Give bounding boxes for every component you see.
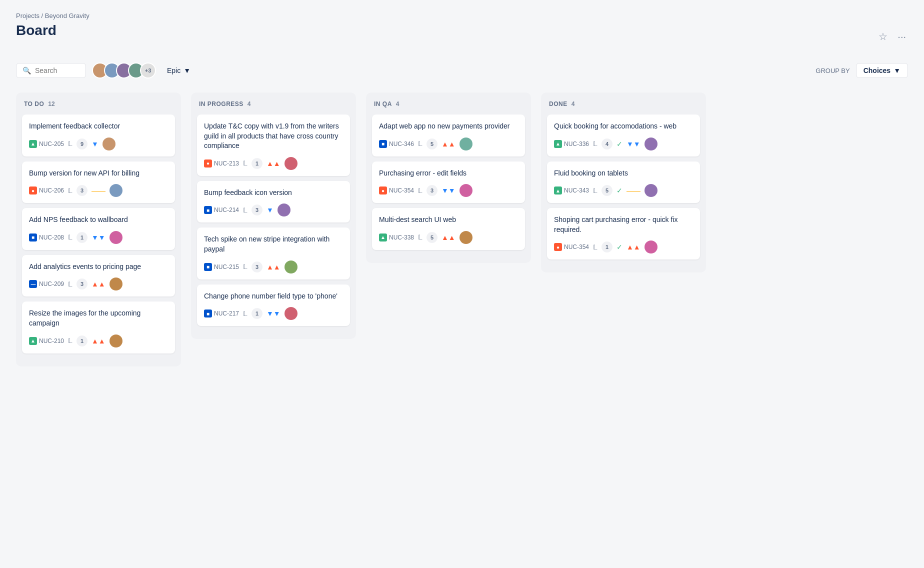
team-avatars[interactable]: +3 (92, 62, 156, 78)
column-header: TO DO 12 (22, 100, 175, 108)
card-NUC-208[interactable]: Add NPS feedback to wallboard ■ NUC-208 … (22, 208, 175, 250)
chevron-down-icon: ▼ (894, 66, 900, 74)
count-badge: 9 (76, 138, 88, 150)
assignee-avatar (110, 334, 122, 348)
assignee-avatar (284, 157, 298, 170)
card-title: Shoping cart purchasing error - quick fi… (554, 215, 693, 234)
star-button[interactable]: ☆ (876, 28, 890, 44)
column-header: IN QA 4 (372, 100, 525, 108)
issue-id: NUC-208 (39, 234, 64, 241)
pr-icon: 𝕃 (68, 187, 72, 194)
priority-high-icon: ▲▲ (442, 140, 456, 148)
avatar-more[interactable]: +3 (140, 62, 156, 78)
column-header: DONE 4 (547, 100, 700, 108)
task-icon: ■ (29, 234, 37, 242)
search-input[interactable] (35, 66, 80, 74)
search-box[interactable]: 🔍 (16, 63, 86, 78)
card-NUC-205[interactable]: Implement feedback collector ▲ NUC-205 𝕃… (22, 114, 175, 156)
priority-low-icon: ▼ (266, 206, 274, 214)
issue-id: NUC-346 (389, 140, 414, 148)
assignee-avatar (644, 184, 658, 197)
issue-badge: ● NUC-354 (554, 243, 589, 251)
issue-id: NUC-209 (39, 280, 64, 288)
count-badge: 1 (252, 308, 262, 319)
column-inqa: IN QA 4 Adapt web app no new payments pr… (366, 92, 531, 263)
assignee-avatar (102, 138, 116, 150)
epic-filter-button[interactable]: Epic ▼ (162, 64, 196, 78)
task-icon: ■ (379, 140, 387, 148)
assignee-avatar (644, 240, 658, 254)
assignee-avatar (284, 260, 298, 274)
priority-low-icon: ▼ (92, 140, 98, 148)
card-NUC-217[interactable]: Change phone number field type to 'phone… (197, 284, 350, 326)
count-badge: 1 (252, 158, 262, 169)
issue-badge: ● NUC-354 (379, 186, 414, 194)
card-footer: ● NUC-213 𝕃 1 ▲▲ (204, 157, 343, 170)
issue-badge: ▲ NUC-210 (29, 337, 64, 345)
card-NUC-346[interactable]: Adapt web app no new payments provider ■… (372, 114, 525, 156)
assignee-avatar (110, 231, 122, 244)
card-title: Bump feedback icon version (204, 188, 343, 198)
assignee-avatar (460, 138, 472, 150)
epic-label: Epic (167, 66, 180, 74)
story-icon: ▲ (29, 140, 37, 148)
assignee-avatar (284, 307, 298, 320)
assignee-avatar (460, 184, 472, 197)
card-NUC-206[interactable]: Bump version for new API for billing ● N… (22, 162, 175, 204)
issue-id: NUC-215 (214, 264, 239, 270)
card-title: Tech spike on new stripe integration wit… (204, 234, 343, 254)
card-NUC-338[interactable]: Multi-dest search UI web ▲ NUC-338 𝕃 5 ▲… (372, 208, 525, 250)
column-title: IN QA (374, 100, 392, 108)
count-badge: 4 (602, 138, 612, 150)
card-NUC-210[interactable]: Resize the images for the upcoming campa… (22, 302, 175, 353)
issue-badge: ⸻ NUC-209 (29, 280, 64, 288)
issue-badge: ▲ NUC-336 (554, 140, 589, 148)
card-NUC-215[interactable]: Tech spike on new stripe integration wit… (197, 228, 350, 279)
choices-label: Choices (864, 66, 890, 74)
card-footer: ■ NUC-214 𝕃 3 ▼ (204, 204, 343, 216)
chevron-down-icon: ▼ (184, 66, 190, 74)
card-NUC-343[interactable]: Fluid booking on tablets ▲ NUC-343 𝕃 5 ✓… (547, 162, 700, 204)
pr-icon: 𝕃 (593, 244, 598, 251)
task-icon: ■ (204, 310, 212, 318)
priority-high-icon: ▲▲ (442, 234, 456, 242)
card-NUC-354[interactable]: Shoping cart purchasing error - quick fi… (547, 208, 700, 260)
card-footer: ■ NUC-217 𝕃 1 ▼▼ (204, 307, 343, 320)
issue-id: NUC-205 (39, 140, 64, 148)
toolbar: 🔍 +3 Epic ▼ GROUP BY Choices ▼ (16, 62, 908, 78)
bug-icon: ● (204, 160, 212, 168)
count-badge: 1 (76, 336, 88, 346)
story-icon: ▲ (379, 234, 387, 242)
card-title: Quick booking for accomodations - web (554, 122, 693, 132)
card-footer: ■ NUC-208 𝕃 1 ▼▼ (29, 231, 168, 244)
choices-button[interactable]: Choices ▼ (856, 63, 908, 78)
card-footer: ▲ NUC-343 𝕃 5 ✓ ―― (554, 184, 693, 197)
issue-badge: ▲ NUC-338 (379, 234, 414, 242)
issue-badge: ■ NUC-346 (379, 140, 414, 148)
card-NUC-213[interactable]: Update T&C copy with v1.9 from the write… (197, 114, 350, 176)
bug-icon: ● (554, 243, 562, 251)
card-footer: ⸻ NUC-209 𝕃 3 ▲▲ (29, 278, 168, 290)
card-NUC-354[interactable]: Purchasing error - edit fields ● NUC-354… (372, 162, 525, 204)
pr-icon: 𝕃 (418, 234, 422, 241)
column-inprogress: IN PROGRESS 4 Update T&C copy with v1.9 … (191, 92, 356, 339)
story-icon: ▲ (29, 337, 37, 345)
card-NUC-214[interactable]: Bump feedback icon version ■ NUC-214 𝕃 3… (197, 181, 350, 223)
pr-icon: 𝕃 (68, 234, 72, 241)
pr-icon: 𝕃 (68, 280, 72, 288)
card-title: Change phone number field type to 'phone… (204, 292, 343, 302)
assignee-avatar (110, 278, 122, 290)
story-icon: ▲ (554, 140, 562, 148)
issue-badge: ■ NUC-217 (204, 310, 239, 318)
assignee-avatar (110, 184, 122, 197)
issue-id: NUC-338 (389, 234, 414, 241)
column-count: 4 (572, 100, 575, 108)
count-badge: 1 (602, 242, 612, 252)
card-NUC-336[interactable]: Quick booking for accomodations - web ▲ … (547, 114, 700, 156)
more-button[interactable]: ··· (896, 29, 908, 44)
priority-high-icon: ▲▲ (92, 337, 106, 345)
check-icon: ✓ (616, 186, 622, 194)
issue-id: NUC-354 (389, 187, 414, 194)
card-title: Resize the images for the upcoming campa… (29, 308, 168, 328)
card-NUC-209[interactable]: Add analytics events to pricing page ⸻ N… (22, 255, 175, 297)
